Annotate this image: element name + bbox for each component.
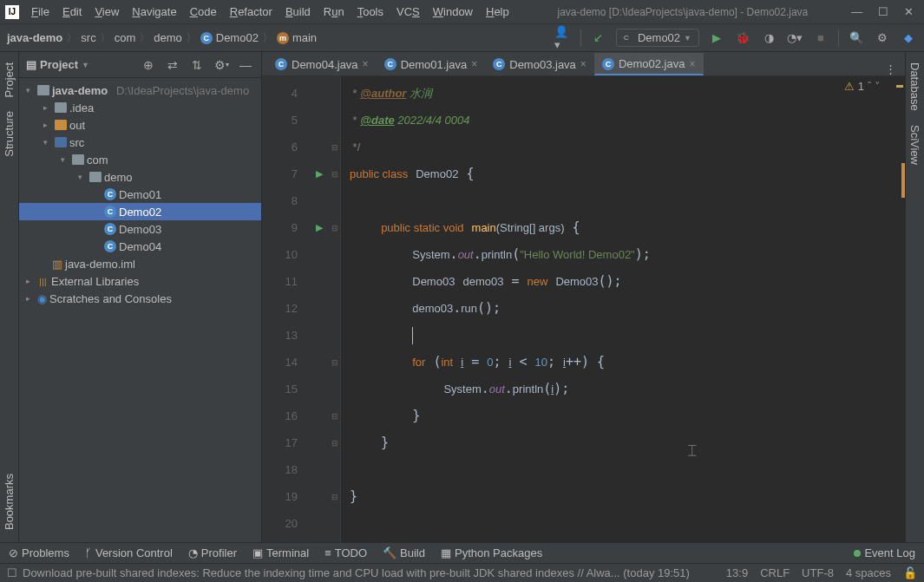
tree-idea[interactable]: ▸ .idea (19, 99, 261, 116)
panel-title[interactable]: ▤ Project ▼ (26, 58, 89, 71)
menu-navigate[interactable]: Navigate (127, 3, 181, 21)
tree-iml[interactable]: ▥ java-demo.iml (19, 255, 261, 272)
inspection-widget[interactable]: ⚠1 ˆ ˅ (844, 80, 881, 93)
tool-python[interactable]: ▦Python Packages (441, 546, 542, 559)
menu-code[interactable]: Code (185, 3, 222, 21)
code-content[interactable]: * @author 水润 * @date 2022/4/4 0004 */ pu… (341, 76, 905, 542)
fold-end-icon[interactable]: ⊟ (329, 483, 340, 510)
profile-button[interactable]: ◔▾ (786, 29, 803, 47)
expand-all-icon[interactable]: ⇄ (164, 56, 181, 74)
tab-demo02[interactable]: CDemo02.java× (594, 53, 704, 75)
settings-icon[interactable]: ⚙ (874, 29, 891, 47)
coverage-button[interactable]: ◑ (760, 29, 777, 47)
titlebar: IJ File Edit View Navigate Code Refactor… (0, 0, 924, 24)
build-icon[interactable]: ↙ (590, 29, 607, 47)
menu-edit[interactable]: Edit (57, 3, 87, 21)
tool-structure[interactable]: Structure (1, 104, 17, 164)
tool-terminal[interactable]: ▣Terminal (252, 546, 309, 559)
run-button[interactable]: ▶ (708, 29, 725, 47)
breadcrumb-class[interactable]: Demo02 (216, 31, 259, 44)
tree-external-libs[interactable]: ▸⫼ External Libraries (19, 272, 261, 290)
breadcrumb-src[interactable]: src (81, 31, 95, 44)
tree-class-demo02[interactable]: C Demo02 (19, 203, 261, 220)
error-stripe[interactable] (895, 76, 905, 542)
fold-start-icon[interactable]: ⊟ (329, 349, 340, 376)
panel-settings-icon[interactable]: ⚙ ▾ (213, 56, 230, 74)
run-line-marker[interactable]: ▶ (310, 160, 329, 187)
menu-run[interactable]: Run (318, 3, 350, 21)
indent-setting[interactable]: 4 spaces (846, 566, 891, 579)
close-icon[interactable]: × (363, 58, 369, 70)
breadcrumb-project[interactable]: java-demo (7, 31, 62, 44)
tool-sciview[interactable]: SciView (907, 118, 923, 172)
tool-todo[interactable]: ≡TODO (324, 546, 367, 559)
tree-out[interactable]: ▸ out (19, 116, 261, 134)
run-gutter: ▶ ▶ (310, 76, 329, 542)
tool-build[interactable]: 🔨Build (383, 546, 425, 559)
select-opened-icon[interactable]: ⊕ (140, 56, 157, 74)
menu-refactor[interactable]: Refactor (225, 3, 278, 21)
tool-project[interactable]: Project (1, 56, 17, 104)
breadcrumb-demo[interactable]: demo (154, 31, 182, 44)
menu-vcs[interactable]: VCS (391, 3, 425, 21)
breadcrumb-com[interactable]: com (115, 31, 136, 44)
close-icon[interactable]: × (689, 58, 695, 70)
tabs-more-icon[interactable]: ⋮ (876, 62, 905, 75)
run-config-selector[interactable]: C Demo02 ▼ (616, 29, 699, 47)
code-editor[interactable]: 4567891011121314151617181920 ▶ ▶ ⊟⊟⊟⊟⊟⊟⊟… (262, 76, 905, 542)
collapse-all-icon[interactable]: ⇅ (188, 56, 206, 74)
close-button[interactable]: ✕ (904, 5, 914, 18)
file-encoding[interactable]: UTF-8 (802, 566, 834, 579)
menu-file[interactable]: File (26, 3, 55, 21)
status-bar: ☐ Download pre-built shared indexes: Red… (0, 563, 924, 582)
event-log[interactable]: Event Log (854, 546, 915, 559)
menu-window[interactable]: Window (428, 3, 478, 21)
menu-help[interactable]: Help (481, 3, 514, 21)
status-icon[interactable]: ☐ (7, 566, 17, 579)
debug-button[interactable]: 🐞 (734, 29, 751, 47)
fold-start-icon[interactable]: ⊟ (329, 160, 340, 187)
tree-demo[interactable]: ▾ demo (19, 168, 261, 186)
hide-panel-icon[interactable]: — (237, 56, 254, 74)
tool-bookmarks[interactable]: Bookmarks (1, 467, 17, 537)
build-icon: 🔨 (383, 546, 396, 559)
fold-end-icon[interactable]: ⊟ (329, 134, 340, 160)
tool-vcs[interactable]: ᚶVersion Control (85, 546, 173, 559)
fold-gutter: ⊟⊟⊟⊟⊟⊟⊟ (329, 76, 341, 542)
close-icon[interactable]: × (580, 58, 587, 70)
readonly-icon[interactable]: 🔓 (903, 566, 917, 579)
profiler-icon: ◔ (188, 546, 198, 559)
fold-start-icon[interactable]: ⊟ (329, 214, 340, 241)
plugin-icon[interactable]: ◆ (900, 29, 917, 47)
search-icon[interactable]: 🔍 (848, 29, 865, 47)
fold-end-icon[interactable]: ⊟ (329, 429, 340, 456)
tree-class-demo04[interactable]: C Demo04 (19, 238, 261, 255)
tree-class-demo03[interactable]: C Demo03 (19, 220, 261, 238)
tool-problems[interactable]: ⊘Problems (9, 546, 69, 559)
tree-class-demo01[interactable]: C Demo01 (19, 186, 261, 203)
caret-position[interactable]: 13:9 (726, 566, 748, 579)
menu-build[interactable]: Build (280, 3, 316, 21)
editor-tabs: CDemo04.java× CDemo01.java× CDemo03.java… (262, 52, 905, 76)
tab-demo01[interactable]: CDemo01.java× (377, 53, 486, 75)
status-message[interactable]: Download pre-built shared indexes: Reduc… (23, 566, 726, 579)
tree-src[interactable]: ▾ src (19, 134, 261, 151)
fold-end-icon[interactable]: ⊟ (329, 402, 340, 429)
tree-com[interactable]: ▾ com (19, 151, 261, 168)
line-separator[interactable]: CRLF (760, 566, 790, 579)
breadcrumb-method[interactable]: main (292, 31, 317, 44)
tree-scratches[interactable]: ▸◉ Scratches and Consoles (19, 290, 261, 307)
maximize-button[interactable]: ☐ (878, 5, 888, 18)
run-line-marker[interactable]: ▶ (310, 214, 329, 241)
tool-database[interactable]: Database (907, 56, 923, 118)
add-user-icon[interactable]: 👤▾ (554, 29, 572, 47)
menu-view[interactable]: View (89, 3, 124, 21)
minimize-button[interactable]: — (851, 5, 862, 18)
menu-tools[interactable]: Tools (352, 3, 389, 21)
close-icon[interactable]: × (471, 58, 477, 70)
tab-demo04[interactable]: CDemo04.java× (267, 53, 377, 75)
tree-root[interactable]: ▾ java-demo D:\IdeaProjects\java-demo (19, 82, 261, 99)
tool-profiler[interactable]: ◔Profiler (188, 546, 237, 559)
stop-button[interactable]: ■ (812, 29, 829, 47)
tab-demo03[interactable]: CDemo03.java× (485, 53, 594, 75)
